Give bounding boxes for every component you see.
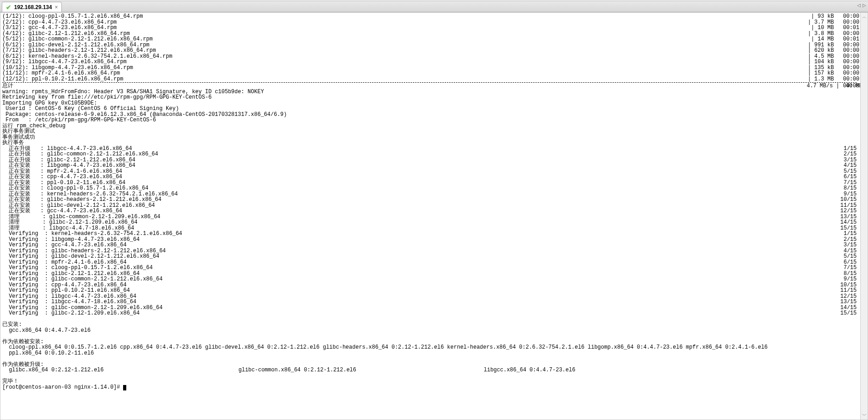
download-row: (8/12): kernel-headers-2.6.32-754.2.1.el… — [2, 54, 866, 60]
operation-row: 正在安装 : cpp-4.4.7-23.el6.x86_646/15 — [2, 174, 866, 180]
operation-row: 正在安装 : libgomp-4.4.7-23.el6.x86_644/15 — [2, 163, 866, 169]
close-icon[interactable]: × — [55, 4, 58, 10]
operation-row: Verifying : glibc-common-2.12-1.212.el6.… — [2, 276, 866, 282]
operation-row: 正在升级 : glibc-common-2.12-1.212.el6.x86_6… — [2, 151, 866, 157]
check-icon: ✔ — [6, 4, 11, 11]
deps-upgraded-header: 作为依赖被升级: — [2, 362, 866, 368]
download-row: (10/12): libgomp-4.4.7-23.el6.x86_64.rpm… — [2, 65, 866, 71]
scroll-up-icon[interactable]: ︿ — [861, 13, 868, 21]
blank-line — [2, 333, 866, 339]
operation-row: Verifying : libgcc-4.4.7-18.el6.x86_6413… — [2, 299, 866, 305]
userid-line: Userid : CentOS-6 Key (CentOS 6 Official… — [2, 106, 866, 112]
operation-row: 正在安装 : mpfr-2.4.1-6.el6.x86_645/15 — [2, 169, 866, 175]
operation-row: 正在安装 : glibc-devel-2.12-1.212.el6.x86_64… — [2, 203, 866, 209]
installed-line: gcc.x86_64 0:4.4.7-23.el6 — [2, 328, 866, 334]
scrollbar[interactable]: ︿ ﹀ — [860, 13, 868, 420]
operation-row: Verifying : glibc-2.12-1.209.el6.x86_641… — [2, 310, 866, 316]
status-line: 执行事务 — [2, 140, 866, 146]
blank-line — [2, 373, 866, 379]
operation-row: Verifying : ppl-0.10.2-11.el6.x86_6411/1… — [2, 288, 866, 294]
download-row: (5/12): glibc-common-2.12-1.212.el6.x86_… — [2, 36, 866, 42]
tab-bar: ✔ 192.168.29.134 × ◁ ▷ — [0, 1, 868, 12]
deps-upgraded-line: glibc.x86_64 0:2.12-1.212.el6glibc-commo… — [2, 367, 866, 373]
status-line: 事务测试成功 — [2, 135, 866, 140]
operation-row: Verifying : kernel-headers-2.6.32-754.2.… — [2, 231, 866, 237]
operation-row: Verifying : libgomp-4.4.7-23.el6.x86_642… — [2, 237, 866, 243]
total-row: 总计4.7 MB/s | 40 MB00:08 — [2, 83, 866, 89]
operation-row: Verifying : cpp-4.4.7-23.el6.x86_6410/15 — [2, 282, 866, 288]
tab-arrow-left-icon[interactable]: ◁ — [857, 3, 861, 8]
terminal-output[interactable]: (1/12): cloog-ppl-0.15.7-1.2.el6.x86_64.… — [0, 13, 868, 420]
download-row: (3/12): gcc-4.4.7-23.el6.x86_64.rpm| 10 … — [2, 25, 866, 31]
download-row: (11/12): mpfr-2.4.1-6.el6.x86_64.rpm| 15… — [2, 70, 866, 76]
operation-row: Verifying : gcc-4.4.7-23.el6.x86_643/15 — [2, 242, 866, 248]
blank-line — [2, 356, 866, 362]
terminal-container: (1/12): cloog-ppl-0.15.7-1.2.el6.x86_64.… — [0, 12, 868, 420]
operation-row: 清理 : glibc-2.12-1.209.el6.x86_6414/15 — [2, 220, 866, 225]
status-line: 运行 rpm_check_debug — [2, 123, 866, 129]
operation-row: 正在安装 : glibc-headers-2.12-1.212.el6.x86_… — [2, 197, 866, 203]
deps-installed-line: cloog-ppl.x86_64 0:0.15.7-1.2.el6 cpp.x8… — [2, 345, 866, 350]
operation-row: Verifying : glibc-devel-2.12-1.212.el6.x… — [2, 254, 866, 260]
divider — [2, 82, 857, 83]
cursor-icon — [123, 385, 126, 390]
prompt-line[interactable]: [root@centos-aaron-03 nginx-1.14.0]# — [2, 385, 866, 390]
from-line: From : /etc/pki/rpm-gpg/RPM-GPG-KEY-Cent… — [2, 117, 866, 123]
deps-installed-line: ppl.x86_64 0:0.10.2-11.el6 — [2, 350, 866, 356]
download-row: (7/12): glibc-headers-2.12-1.212.el6.x86… — [2, 48, 866, 54]
tab-title: 192.168.29.134 — [14, 4, 52, 10]
status-line: 执行事务测试 — [2, 129, 866, 135]
download-row: (12/12): ppl-0.10.2-11.el6.x86_64.rpm| 1… — [2, 76, 866, 82]
operation-row: 正在安装 : gcc-4.4.7-23.el6.x86_6412/15 — [2, 208, 866, 214]
download-row: (1/12): cloog-ppl-0.15.7-1.2.el6.x86_64.… — [2, 14, 866, 20]
scroll-down-icon[interactable]: ﹀ — [861, 411, 868, 420]
retrieving-line: Retrieving key from file:///etc/pki/rpm-… — [2, 95, 866, 100]
tab-arrow-right-icon[interactable]: ▷ — [863, 3, 866, 8]
download-row: (9/12): libgcc-4.4.7-23.el6.x86_64.rpm| … — [2, 59, 866, 65]
session-tab[interactable]: ✔ 192.168.29.134 × — [2, 2, 62, 12]
blank-line — [2, 316, 866, 322]
operation-row: Verifying : cloog-ppl-0.15.7-1.2.el6.x86… — [2, 265, 866, 271]
installed-header: 已安装: — [2, 322, 866, 328]
complete-line: 完毕！ — [2, 379, 866, 385]
download-row: (2/12): cpp-4.4.7-23.el6.x86_64.rpm| 3.7… — [2, 20, 866, 25]
tab-nav-arrows: ◁ ▷ — [857, 3, 866, 8]
operation-row: 正在安装 : cloog-ppl-0.15.7-1.2.el6.x86_648/… — [2, 185, 866, 191]
